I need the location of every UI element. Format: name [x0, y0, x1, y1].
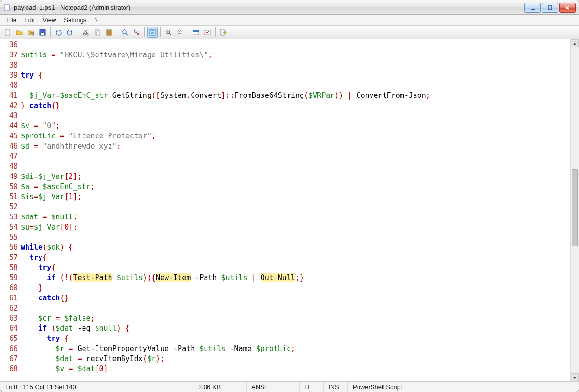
status-size: 2.06 KB	[193, 382, 247, 392]
scroll-up-button[interactable]: ▴	[571, 39, 579, 47]
toolbar-separator	[215, 27, 216, 37]
status-eol: LF	[300, 382, 324, 392]
zoom-out-icon[interactable]	[175, 27, 185, 38]
window-title: payload_1.ps1 - Notepad2 (Administrator)	[14, 4, 524, 11]
find-icon[interactable]	[120, 27, 130, 38]
svg-rect-5	[548, 6, 552, 10]
menu-view[interactable]: View	[39, 15, 60, 25]
customize-icon[interactable]	[202, 27, 213, 38]
svg-rect-4	[531, 9, 535, 10]
app-icon	[3, 4, 11, 12]
new-file-icon[interactable]	[2, 27, 13, 38]
svg-rect-3	[5, 8, 7, 8]
menu-settings[interactable]: Settings	[60, 15, 90, 25]
maximize-button[interactable]	[542, 3, 558, 13]
svg-rect-6	[5, 29, 10, 35]
svg-rect-9	[41, 33, 44, 35]
exit-icon[interactable]	[218, 27, 229, 38]
status-encoding: ANSI	[247, 382, 300, 392]
toolbar-separator	[144, 27, 145, 37]
menu-help[interactable]: ?	[90, 15, 101, 25]
menu-edit[interactable]: Edit	[20, 15, 39, 25]
statusbar: Ln 8 : 115 Col 11 Sel 140 2.06 KB ANSI L…	[0, 381, 579, 392]
svg-rect-15	[108, 29, 110, 31]
svg-point-11	[86, 33, 88, 35]
menu-file[interactable]: File	[2, 15, 20, 25]
redo-icon[interactable]	[65, 27, 75, 38]
status-insert: INS	[324, 382, 348, 392]
save-icon[interactable]	[37, 27, 48, 38]
scroll-down-button[interactable]: ▾	[571, 373, 579, 381]
svg-rect-2	[5, 7, 8, 7]
copy-icon[interactable]	[92, 27, 103, 38]
code-area[interactable]: $utils = "HKCU:\Software\Mirage Utilitie…	[20, 39, 570, 381]
titlebar: payload_1.ps1 - Notepad2 (Administrator)	[0, 0, 579, 15]
toolbar-separator	[188, 27, 188, 37]
menubar: File Edit View Settings ?	[0, 15, 579, 26]
status-language: PowerShell Script	[348, 382, 579, 392]
cut-icon[interactable]	[81, 27, 91, 38]
svg-point-16	[123, 30, 126, 34]
svg-point-10	[83, 33, 85, 35]
status-position: Ln 8 : 115 Col 11 Sel 140	[0, 382, 193, 392]
replace-icon[interactable]	[131, 27, 142, 38]
svg-rect-18	[137, 33, 139, 35]
paste-icon[interactable]	[104, 27, 114, 38]
toolbar-separator	[160, 27, 161, 37]
toolbar-separator	[78, 27, 78, 37]
scrollbar-vertical[interactable]: ▴ ▾	[570, 39, 579, 381]
minimize-button[interactable]	[524, 3, 541, 13]
scroll-thumb[interactable]	[572, 169, 578, 246]
toolbar	[0, 26, 579, 39]
editor[interactable]: 36 37 38 39 40 41 42 43 44 45 46 47 48 4…	[0, 39, 579, 381]
toolbar-separator	[50, 27, 51, 37]
zoom-in-icon[interactable]	[163, 27, 174, 38]
scheme-icon[interactable]	[191, 27, 201, 38]
undo-icon[interactable]	[53, 27, 64, 38]
toolbar-separator	[117, 27, 117, 37]
line-gutter: 36 37 38 39 40 41 42 43 44 45 46 47 48 4…	[0, 39, 20, 381]
browse-icon[interactable]	[26, 27, 36, 38]
svg-rect-23	[193, 30, 199, 32]
svg-rect-1	[5, 6, 8, 6]
close-button[interactable]	[559, 3, 576, 13]
wordwrap-icon[interactable]	[147, 27, 158, 38]
open-icon[interactable]	[14, 27, 25, 38]
svg-rect-13	[96, 31, 100, 35]
